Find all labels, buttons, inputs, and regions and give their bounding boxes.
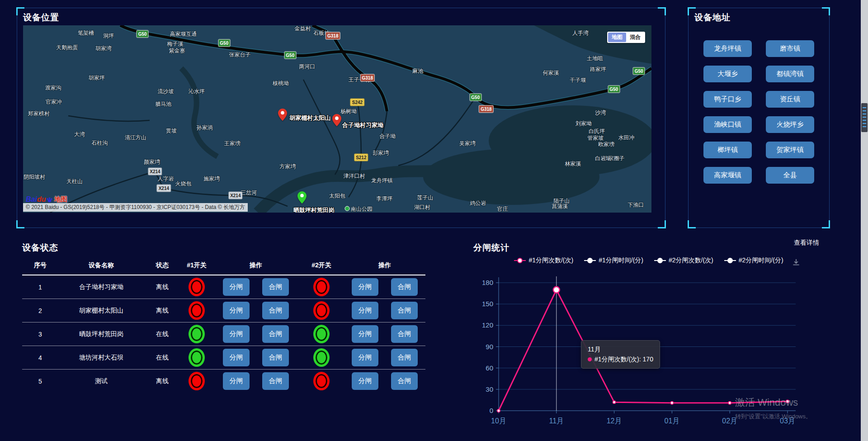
device-name: 测试 [58,377,144,385]
map-pin-icon[interactable] [297,191,307,204]
map-place-label: 人手湾 [572,29,589,37]
open-switch-button[interactable]: 分闸 [223,302,250,319]
close-switch-button[interactable]: 合闸 [391,349,418,366]
baidu-logo[interactable]: Baidu 地图 [26,195,67,204]
status-light-icon [313,372,330,390]
address-button[interactable]: 大堰乡 [703,66,752,82]
close-switch-button[interactable]: 合闸 [262,278,289,296]
view-details-link[interactable]: 查看详情 [794,239,819,247]
switch2-cell [299,348,344,367]
legend-label: #2分闸时间/(分) [739,256,783,265]
map-place-label: 鸡公岩 [470,199,486,207]
map-place-label: 紫金寨 [169,47,185,55]
address-button[interactable]: 火烧坪乡 [766,116,814,133]
road-badge: X214 [228,191,242,199]
download-icon[interactable] [792,258,800,266]
legend-item[interactable]: #2分闸次数/(次) [654,256,713,265]
map-pin-icon[interactable] [278,108,288,121]
scrollbar-track[interactable] [861,0,868,441]
open-switch-button[interactable]: 分闸 [223,372,250,390]
tooltip-entry: #1分闸次数/(次): 170 [588,355,653,365]
open-switch-button[interactable]: 分闸 [352,349,378,366]
dashboard: { "device_location": { "panel_title": "设… [0,0,868,441]
map-place-label: 杨树坳 [340,108,357,115]
svg-text:180: 180 [482,279,493,286]
address-button[interactable]: 磨市镇 [766,40,814,57]
address-button[interactable]: 渔峡口镇 [703,116,752,133]
map-place-label: 路家坪 [590,65,606,73]
close-switch-button[interactable]: 合闸 [391,325,418,343]
column-header: 操作 [344,261,425,270]
open-switch-button[interactable]: 分闸 [223,349,250,366]
operation-cell: 分闸合闸 [344,302,425,319]
open-switch-button[interactable]: 分闸 [223,325,250,343]
map-place-label: 施家塆 [203,175,220,183]
status-light-icon [189,348,205,367]
baidu-logo-text: Bai [26,195,37,204]
device-name: 塘坊河村大石坝 [58,354,144,362]
map-place-label: 天柱山 [66,178,83,185]
open-switch-button[interactable]: 分闸 [352,372,378,390]
close-switch-button[interactable]: 合闸 [391,302,418,319]
map-place-label: 方家塆 [279,163,296,171]
legend-line-icon [654,260,666,261]
operation-cell: 分闸合闸 [344,278,425,296]
legend-dot-icon [517,258,523,263]
open-switch-button[interactable]: 分闸 [352,325,378,343]
map-place-label: 三岔河 [241,189,257,196]
device-address-panel: 设备地址 龙舟坪镇磨市镇大堰乡都镇湾镇鸭子口乡资丘镇渔峡口镇火烧坪乡榔坪镇贺家坪… [688,8,830,228]
address-button[interactable]: 全县 [766,167,814,184]
close-switch-button[interactable]: 合闸 [391,278,418,296]
map-place-label: 流沙坡 [158,87,174,95]
close-switch-button[interactable]: 合闸 [391,372,418,390]
device-name: 胡家棚村太阳山 [58,307,144,315]
map-pin-icon[interactable] [332,114,342,127]
operation-cell: 分闸合闸 [213,349,299,366]
device-name: 晒鼓坪村荒田岗 [58,330,144,338]
close-switch-button[interactable]: 合闸 [262,325,289,343]
map-pin-label: 合子坳村习家坳 [342,121,383,129]
table-row: 1合子坳村习家坳离线分闸合闸分闸合闸 [22,275,425,299]
map-type-option[interactable]: 地图 [608,33,626,42]
close-switch-button[interactable]: 合闸 [262,302,289,319]
map-place-label: 大湾 [74,131,85,138]
tooltip-series-dot [588,357,592,361]
scrollbar-thumb[interactable] [861,103,868,132]
address-button[interactable]: 榔坪镇 [703,142,752,158]
switch2-cell [299,278,344,296]
close-switch-button[interactable]: 合闸 [262,349,289,366]
address-button[interactable]: 贺家坪镇 [766,142,814,158]
baidu-logo-text: du [37,195,46,204]
status-light-icon [189,278,205,296]
open-switch-button[interactable]: 分闸 [352,278,378,296]
road-badge: G318 [360,74,374,81]
operation-cell: 分闸合闸 [213,325,299,343]
map-type-option[interactable]: 混合 [626,33,644,42]
tooltip-title: 11月 [588,345,653,355]
legend-item[interactable]: #1分闸次数/(次) [514,256,573,265]
device-location-panel: 设备位置 笔架槽洞坪高家堰互通金 [17,8,665,228]
map-place-label: 水田冲 [618,133,634,141]
switch1-cell [180,278,213,296]
address-button[interactable]: 资丘镇 [766,91,814,108]
svg-text:12月: 12月 [607,417,622,425]
legend-item[interactable]: #1分闸时间/(分) [584,256,643,265]
close-switch-button[interactable]: 合闸 [262,372,289,390]
column-header: 设备名称 [58,261,144,270]
open-switch-button[interactable]: 分闸 [352,302,378,319]
row-index: 3 [22,331,58,338]
open-switch-button[interactable]: 分闸 [223,278,250,296]
address-button[interactable]: 龙舟坪镇 [703,40,752,57]
address-button[interactable]: 鸭子口乡 [703,91,752,108]
legend-dot-icon [727,258,733,263]
switch1-cell [180,372,213,390]
baidu-map[interactable]: 笔架槽洞坪高家堰互通金益村石板地人手湾天鹅抱蛋胡家湾梅子溪紫金寨张家台子两河口麻… [23,25,651,213]
legend-item[interactable]: #2分闸时间/(分) [724,256,783,265]
road-badge: G50 [633,67,645,75]
address-button[interactable]: 高家堰镇 [703,167,752,184]
operation-cell: 分闸合闸 [344,349,425,366]
map-type-control[interactable]: 地图混合 [607,32,645,43]
address-button[interactable]: 都镇湾镇 [766,66,814,82]
corner-decoration [16,7,24,15]
status-light-icon [313,301,330,320]
